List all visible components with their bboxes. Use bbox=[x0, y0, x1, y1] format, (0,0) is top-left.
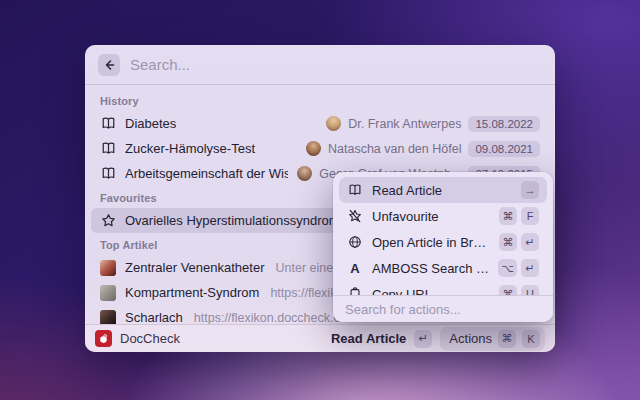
book-icon bbox=[100, 116, 116, 131]
app-name: DocCheck bbox=[120, 331, 180, 346]
menu-item-label: Unfavourite bbox=[372, 209, 490, 224]
option-key-badge: ⌥ bbox=[498, 259, 517, 277]
f-key-badge: F bbox=[521, 207, 539, 225]
item-title: Diabetes bbox=[125, 116, 176, 131]
actions-label: Actions bbox=[449, 331, 492, 346]
letter-a-icon: A bbox=[347, 261, 363, 276]
enter-key-badge: ↵ bbox=[414, 330, 432, 348]
menu-item-label: Copy URL bbox=[372, 287, 490, 296]
author-avatar bbox=[326, 116, 341, 131]
action-menu-search bbox=[333, 295, 553, 322]
item-date-badge: 15.08.2022 bbox=[468, 116, 540, 132]
book-icon bbox=[347, 183, 363, 197]
enter-key-badge: ↵ bbox=[521, 259, 539, 277]
article-thumbnail bbox=[100, 285, 116, 301]
item-author: Dr. Frank Antwerpes bbox=[348, 117, 461, 131]
book-icon bbox=[100, 166, 116, 181]
item-date-badge: 09.08.2021 bbox=[468, 141, 540, 157]
k-key-badge: K bbox=[522, 330, 540, 348]
article-thumbnail bbox=[100, 310, 116, 325]
actions-button[interactable]: Actions ⌘ K bbox=[440, 327, 545, 351]
clipboard-icon bbox=[347, 287, 363, 295]
author-avatar bbox=[297, 166, 312, 181]
book-icon bbox=[100, 141, 116, 156]
search-bar bbox=[85, 45, 555, 85]
section-header-history: History bbox=[85, 91, 555, 111]
star-icon bbox=[100, 213, 116, 228]
action-menu: Read Article → Unfavourite ⌘ F Open Arti… bbox=[333, 172, 553, 322]
menu-item-label: Read Article bbox=[372, 183, 512, 198]
cmd-key-badge: ⌘ bbox=[498, 330, 516, 348]
item-author: Natascha van den Höfel bbox=[328, 142, 461, 156]
cmd-key-badge: ⌘ bbox=[499, 207, 517, 225]
primary-action-label[interactable]: Read Article bbox=[331, 331, 406, 346]
search-input[interactable] bbox=[130, 56, 542, 73]
menu-item-label: Open Article in Browser bbox=[372, 235, 490, 250]
item-title: Arbeitsgemeinschaft der Wissenschaftlich… bbox=[125, 166, 288, 181]
menu-item-amboss-search[interactable]: A AMBOSS Search "Ovarielles Hyper... ⌥ ↵ bbox=[339, 255, 547, 281]
status-bar: DocCheck Read Article ↵ Actions ⌘ K bbox=[85, 324, 555, 352]
list-item[interactable]: Zucker-Hämolyse-Test Natascha van den Hö… bbox=[91, 136, 549, 161]
doccheck-logo-icon bbox=[95, 330, 112, 347]
author-avatar bbox=[306, 141, 321, 156]
menu-item-open-in-browser[interactable]: Open Article in Browser ⌘ ↵ bbox=[339, 229, 547, 255]
arrow-left-icon bbox=[101, 59, 117, 71]
globe-icon bbox=[347, 235, 363, 249]
back-button[interactable] bbox=[98, 54, 120, 76]
star-off-icon bbox=[347, 209, 363, 223]
list-item[interactable]: Diabetes Dr. Frank Antwerpes 15.08.2022 bbox=[91, 111, 549, 136]
cmd-key-badge: ⌘ bbox=[499, 285, 517, 295]
menu-item-unfavourite[interactable]: Unfavourite ⌘ F bbox=[339, 203, 547, 229]
item-title: Kompartment-Syndrom bbox=[125, 285, 259, 300]
u-key-badge: U bbox=[521, 285, 539, 295]
menu-item-read-article[interactable]: Read Article → bbox=[339, 177, 547, 203]
menu-item-copy-url[interactable]: Copy URL ⌘ U bbox=[339, 281, 547, 295]
action-search-input[interactable] bbox=[345, 302, 541, 317]
cmd-key-badge: ⌘ bbox=[499, 233, 517, 251]
enter-key-badge: ↵ bbox=[521, 233, 539, 251]
item-title: Scharlach bbox=[125, 310, 183, 324]
article-thumbnail bbox=[100, 260, 116, 276]
arrow-right-key-badge: → bbox=[521, 181, 539, 199]
menu-item-label: AMBOSS Search "Ovarielles Hyper... bbox=[372, 261, 489, 276]
action-menu-list: Read Article → Unfavourite ⌘ F Open Arti… bbox=[333, 172, 553, 295]
item-title: Ovarielles Hyperstimulationssyndrom bbox=[125, 213, 340, 228]
item-title: Zentraler Venenkatheter bbox=[125, 260, 264, 275]
item-title: Zucker-Hämolyse-Test bbox=[125, 141, 255, 156]
